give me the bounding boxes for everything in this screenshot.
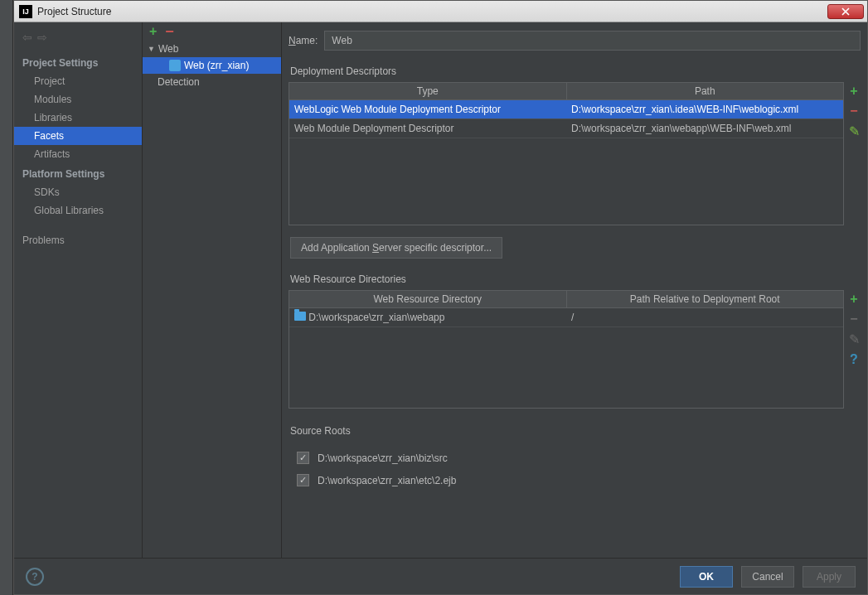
tree-node-web[interactable]: ▼ Web — [143, 41, 281, 57]
facet-tree-panel: + − ▼ Web Web (zrr_xian) Detection — [143, 22, 282, 558]
left-nav: ⇦ ⇨ Project Settings Project Modules Lib… — [14, 22, 143, 558]
cancel-button[interactable]: Cancel — [741, 566, 794, 588]
name-label: Name: — [289, 35, 318, 46]
tree-node-detection[interactable]: Detection — [143, 74, 281, 90]
cell-path: D:\workspace\zrr_xian\webapp\WEB-INF\web… — [566, 119, 843, 138]
tree-node-label: Web — [158, 43, 178, 55]
checkbox-icon[interactable]: ✓ — [297, 474, 309, 486]
nav-back-icon[interactable]: ⇦ — [22, 31, 32, 44]
source-roots-list: ✓ D:\workspace\zrr_xian\biz\src ✓ D:\wor… — [289, 442, 867, 496]
col-type[interactable]: Type — [289, 83, 567, 99]
titlebar[interactable]: IJ Project Structure — [14, 1, 867, 22]
cell-type: Web Module Deployment Descriptor — [289, 119, 566, 138]
nav-problems[interactable]: Problems — [14, 231, 142, 249]
descriptor-side-buttons: + − ✎ — [844, 82, 864, 225]
col-rel[interactable]: Path Relative to Deployment Root — [567, 291, 844, 307]
project-structure-dialog: IJ Project Structure ⇦ ⇨ Project Setting… — [13, 0, 868, 595]
col-wrd[interactable]: Web Resource Directory — [289, 291, 567, 307]
remove-facet-icon[interactable]: − — [165, 23, 174, 41]
nav-libraries[interactable]: Libraries — [14, 109, 142, 127]
add-server-descriptor-button[interactable]: Add Application Server specific descript… — [290, 237, 502, 259]
help-wrd-icon[interactable]: ? — [850, 352, 858, 367]
deployment-descriptors-table: Type Path WebLogic Web Module Deployment… — [289, 82, 844, 225]
nav-sdks[interactable]: SDKs — [14, 183, 142, 201]
nav-artifacts[interactable]: Artifacts — [14, 145, 142, 163]
ok-button[interactable]: OK — [680, 566, 733, 588]
nav-project[interactable]: Project — [14, 72, 142, 90]
source-root-row[interactable]: ✓ D:\workspace\zrr_xian\biz\src — [289, 447, 867, 469]
tree-node-label: Web (zrr_xian) — [184, 60, 249, 71]
edit-wrd-icon[interactable]: ✎ — [849, 331, 860, 347]
expand-arrow-icon[interactable]: ▼ — [148, 45, 155, 53]
web-facet-icon — [169, 60, 181, 71]
cell-dir: D:\workspace\zrr_xian\webapp — [289, 308, 566, 327]
remove-wrd-icon[interactable]: − — [850, 312, 857, 327]
web-resource-directories-label: Web Resource Directories — [289, 270, 867, 290]
source-root-path: D:\workspace\zrr_xian\etc\2.ejb — [318, 475, 456, 486]
source-root-row[interactable]: ✓ D:\workspace\zrr_xian\etc\2.ejb — [289, 469, 867, 491]
nav-modules[interactable]: Modules — [14, 90, 142, 109]
tree-node-web-module[interactable]: Web (zrr_xian) — [143, 57, 281, 74]
cell-type: WebLogic Web Module Deployment Descripto… — [289, 100, 566, 119]
section-project-settings: Project Settings — [14, 52, 142, 72]
apply-button[interactable]: Apply — [803, 566, 856, 588]
remove-descriptor-icon[interactable]: − — [850, 104, 857, 119]
section-platform-settings: Platform Settings — [14, 163, 142, 183]
table-row[interactable]: Web Module Deployment Descriptor D:\work… — [289, 119, 843, 138]
table-row[interactable]: D:\workspace\zrr_xian\webapp / — [289, 308, 843, 327]
help-icon[interactable]: ? — [26, 568, 44, 586]
source-root-path: D:\workspace\zrr_xian\biz\src — [318, 452, 448, 464]
editor-gutter — [0, 0, 13, 595]
dialog-content: ⇦ ⇨ Project Settings Project Modules Lib… — [14, 22, 867, 558]
detail-panel: Name: Deployment Descriptors Type Path W… — [282, 22, 867, 558]
deployment-descriptors-label: Deployment Descriptors — [289, 62, 867, 82]
facet-name-input[interactable] — [324, 31, 861, 51]
close-button[interactable] — [827, 4, 864, 19]
cell-rel: / — [566, 308, 843, 327]
window-title: Project Structure — [37, 6, 827, 17]
add-wrd-icon[interactable]: + — [850, 292, 857, 307]
tree-node-label: Detection — [158, 76, 200, 88]
nav-forward-icon[interactable]: ⇨ — [37, 31, 47, 44]
cell-path: D:\workspace\zrr_xian\.idea\WEB-INF\webl… — [566, 100, 843, 119]
app-icon: IJ — [19, 5, 32, 18]
folder-icon — [294, 312, 306, 321]
table-row[interactable]: WebLogic Web Module Deployment Descripto… — [289, 100, 843, 119]
bottom-bar: ? OK Cancel Apply — [14, 558, 867, 594]
wrd-side-buttons: + − ✎ ? — [844, 290, 864, 409]
cell-dir-text: D:\workspace\zrr_xian\webapp — [308, 312, 444, 323]
edit-descriptor-icon[interactable]: ✎ — [849, 123, 860, 139]
add-facet-icon[interactable]: + — [149, 24, 157, 39]
web-resource-directories-table: Web Resource Directory Path Relative to … — [289, 290, 844, 409]
add-descriptor-icon[interactable]: + — [850, 84, 857, 99]
col-path[interactable]: Path — [567, 83, 844, 99]
nav-facets[interactable]: Facets — [14, 127, 142, 145]
source-roots-label: Source Roots — [289, 422, 867, 442]
checkbox-icon[interactable]: ✓ — [297, 452, 309, 464]
nav-global-libraries[interactable]: Global Libraries — [14, 201, 142, 220]
